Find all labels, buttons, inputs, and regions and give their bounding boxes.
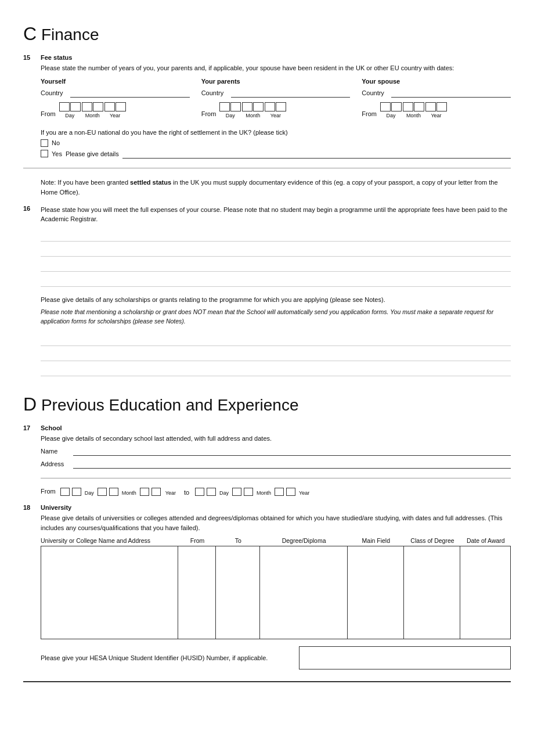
parents-day-group: Day [219, 102, 241, 118]
q16-answer-lines [41, 228, 511, 287]
spouse-day-box1[interactable] [380, 102, 391, 111]
name-label: Name [41, 448, 70, 455]
school-to-label: to [184, 489, 189, 496]
school-to-year-box1[interactable] [275, 488, 284, 496]
school-from-month-box2[interactable] [109, 488, 118, 496]
school-to-year-sub: Year [299, 490, 309, 496]
school-name-row: Name [41, 447, 511, 456]
scholarships-line-1[interactable] [41, 332, 511, 346]
yourself-month-group: Month [82, 102, 103, 118]
question-17: 17 School Please give details of seconda… [23, 424, 511, 496]
q16-line-3[interactable] [41, 258, 511, 272]
bottom-rule [23, 681, 511, 682]
spouse-year-box2[interactable] [436, 102, 447, 111]
yourself-day-label: Day [65, 113, 74, 118]
q16-text: Please state how you will meet the full … [41, 205, 511, 224]
yourself-month-label: Month [85, 113, 100, 118]
scholarships-answer-lines [41, 332, 511, 376]
settled-status-bold: settled status [130, 179, 171, 186]
td-mainfield[interactable] [348, 546, 404, 639]
fee-status-row: Yourself Country From Day [41, 78, 511, 121]
parents-label: Your parents [201, 78, 351, 85]
parents-country-input[interactable] [231, 88, 351, 98]
school-to-day-box1[interactable] [195, 488, 204, 496]
td-classdegree[interactable] [404, 546, 460, 639]
non-eu-question: If you are a non-EU national do you have… [41, 129, 288, 136]
yourself-date-row: From Day Month [41, 102, 190, 118]
q16-line-1[interactable] [41, 228, 511, 242]
parents-year-label: Year [270, 113, 281, 118]
school-from-day-box1[interactable] [60, 488, 70, 496]
yourself-year-group: Year [104, 102, 126, 118]
td-dateaward[interactable] [460, 546, 510, 639]
scholarships-line-2[interactable] [41, 347, 511, 361]
question-16: 16 Please state how you will meet the fu… [23, 205, 511, 287]
th-dateaward: Date of Award [461, 537, 511, 544]
please-give-details-input[interactable] [122, 149, 511, 159]
yourself-col: Yourself Country From Day [41, 78, 190, 121]
yourself-day-box2[interactable] [70, 102, 81, 111]
q18-text: Please give details of universities or c… [41, 513, 511, 532]
spouse-label: Your spouse [362, 78, 511, 85]
school-from-year-box1[interactable] [140, 488, 149, 496]
parents-year-box1[interactable] [265, 102, 275, 111]
spouse-year-box1[interactable] [425, 102, 436, 111]
parents-month-box1[interactable] [242, 102, 252, 111]
q16-line-2[interactable] [41, 243, 511, 257]
q15-label: Fee status [41, 54, 511, 61]
yourself-day-box1[interactable] [59, 102, 70, 111]
parents-month-label: Month [246, 113, 260, 118]
school-to-month-box2[interactable] [244, 488, 253, 496]
yourself-label: Yourself [41, 78, 190, 85]
school-to-month-box1[interactable] [232, 488, 241, 496]
name-input[interactable] [73, 447, 511, 456]
yourself-year-box1[interactable] [104, 102, 115, 111]
school-from-day-box2[interactable] [72, 488, 81, 496]
spouse-day-box2[interactable] [391, 102, 402, 111]
parents-month-group: Month [242, 102, 264, 118]
address-label: Address [41, 460, 70, 467]
td-university[interactable] [41, 546, 178, 639]
school-to-year-box2[interactable] [286, 488, 295, 496]
husid-row: Please give your HESA Unique Student Ide… [41, 646, 511, 669]
th-degree: Degree/Diploma [260, 537, 348, 544]
note-text1: Note: If you have been granted settled s… [41, 179, 498, 196]
parents-day-label: Day [226, 113, 235, 118]
spouse-month-box2[interactable] [414, 102, 424, 111]
yourself-country-input[interactable] [70, 88, 190, 98]
spouse-day-label: Day [387, 113, 396, 118]
no-checkbox-row: No [41, 139, 511, 147]
table-header: University or College Name and Address F… [41, 537, 511, 546]
yourself-month-box1[interactable] [82, 102, 92, 111]
yourself-month-box2[interactable] [93, 102, 103, 111]
husid-input[interactable] [299, 646, 511, 669]
spouse-country-label: Country [362, 89, 388, 96]
td-degree[interactable] [260, 546, 348, 639]
yes-checkbox[interactable] [41, 150, 48, 157]
section-d-title: D Previous Education and Experience [23, 394, 511, 415]
yourself-year-box2[interactable] [116, 102, 126, 111]
spouse-month-label: Month [406, 113, 421, 118]
school-to-day-sub: Day [219, 490, 229, 496]
parents-day-box1[interactable] [219, 102, 230, 111]
parents-day-box2[interactable] [230, 102, 241, 111]
address-input[interactable] [73, 459, 511, 469]
yourself-country-label: Country [41, 89, 67, 96]
spouse-month-box1[interactable] [403, 102, 413, 111]
school-from-year-box2[interactable] [151, 488, 161, 496]
spouse-date-row: From Day Month [362, 102, 511, 118]
q16-line-4[interactable] [41, 273, 511, 287]
yes-label: Yes [52, 150, 62, 157]
school-to-day-box2[interactable] [207, 488, 216, 496]
no-label: No [52, 139, 60, 146]
spouse-country-input[interactable] [391, 88, 511, 98]
yourself-year-label: Year [110, 113, 120, 118]
scholarships-line-3[interactable] [41, 362, 511, 376]
parents-month-box2[interactable] [253, 102, 264, 111]
parents-year-box2[interactable] [276, 102, 286, 111]
no-checkbox[interactable] [41, 139, 48, 147]
td-to[interactable] [216, 546, 260, 639]
scholarships-section: Please give details of any scholarships … [23, 295, 511, 376]
td-from[interactable] [178, 546, 216, 639]
school-from-month-box1[interactable] [98, 488, 107, 496]
